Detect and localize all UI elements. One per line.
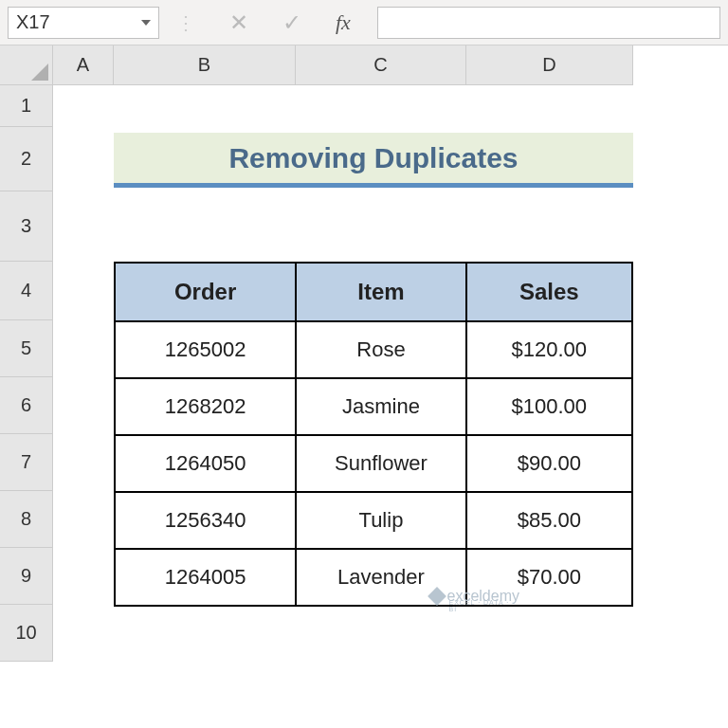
row-header-6[interactable]: 6 [0, 377, 53, 434]
cancel-icon: ✕ [229, 9, 248, 36]
watermark-icon [428, 587, 446, 606]
col-header-A[interactable]: A [53, 46, 114, 85]
row-headers: 1 2 3 4 5 6 7 8 9 10 [0, 85, 53, 662]
row-header-7[interactable]: 7 [0, 434, 53, 491]
watermark-sub: EXCEL · DATA · BI [449, 599, 519, 612]
name-box[interactable]: X17 [8, 7, 159, 39]
cell-item[interactable]: Sunflower [296, 435, 465, 492]
header-order[interactable]: Order [115, 263, 296, 321]
cells-grid[interactable]: Removing Duplicates Order Item Sales 126… [53, 85, 633, 662]
col-header-B[interactable]: B [114, 46, 296, 85]
fx-icon[interactable]: fx [336, 10, 351, 35]
row-header-9[interactable]: 9 [0, 548, 53, 605]
cell-order[interactable]: 1256340 [115, 492, 296, 549]
header-item[interactable]: Item [296, 263, 465, 321]
cell-item[interactable]: Tulip [296, 492, 465, 549]
cell-sales[interactable]: $100.00 [466, 378, 632, 435]
left-column: A B C D 1 2 3 4 5 6 7 8 9 10 Removing Du… [0, 46, 633, 728]
sheet-area: A B C D 1 2 3 4 5 6 7 8 9 10 Removing Du… [0, 46, 728, 728]
table-header-row: Order Item Sales [115, 263, 632, 321]
cell-sales[interactable]: $90.00 [466, 435, 632, 492]
row-header-5[interactable]: 5 [0, 320, 53, 377]
cell-sales[interactable]: $120.00 [466, 321, 632, 378]
header-sales[interactable]: Sales [466, 263, 632, 321]
cell-order[interactable]: 1268202 [115, 378, 296, 435]
table-row: 1264050 Sunflower $90.00 [115, 435, 632, 492]
formula-bar: X17 ⋮ ✕ ✓ fx [0, 0, 728, 46]
data-table: Order Item Sales 1265002 Rose $120.00 12… [114, 262, 633, 607]
table-row: 1268202 Jasmine $100.00 [115, 378, 632, 435]
cell-item[interactable]: Rose [296, 321, 465, 378]
dropdown-icon[interactable] [141, 20, 151, 26]
col-header-D[interactable]: D [466, 46, 633, 85]
cell-order[interactable]: 1264050 [115, 435, 296, 492]
enter-icon: ✓ [282, 9, 301, 36]
title-banner: Removing Duplicates [114, 133, 633, 188]
row-header-4[interactable]: 4 [0, 262, 53, 320]
column-headers: A B C D [53, 46, 633, 85]
table-row: 1265002 Rose $120.00 [115, 321, 632, 378]
row-header-8[interactable]: 8 [0, 491, 53, 548]
table-row: 1264005 Lavender $70.00 [115, 549, 632, 606]
cell-order[interactable]: 1265002 [115, 321, 296, 378]
divider: ⋮ [176, 11, 195, 34]
cell-sales[interactable]: $85.00 [466, 492, 632, 549]
col-header-C[interactable]: C [296, 46, 466, 85]
watermark: exceldemy EXCEL · DATA · BI [430, 588, 519, 605]
formula-input[interactable] [377, 7, 720, 39]
cell-order[interactable]: 1264005 [115, 549, 296, 606]
name-box-value: X17 [16, 11, 50, 33]
table-row: 1256340 Tulip $85.00 [115, 492, 632, 549]
row-header-1[interactable]: 1 [0, 85, 53, 127]
row-header-3[interactable]: 3 [0, 191, 53, 262]
select-all-triangle[interactable] [0, 46, 53, 85]
cell-item[interactable]: Jasmine [296, 378, 465, 435]
row-header-10[interactable]: 10 [0, 605, 53, 662]
row-header-2[interactable]: 2 [0, 127, 53, 191]
